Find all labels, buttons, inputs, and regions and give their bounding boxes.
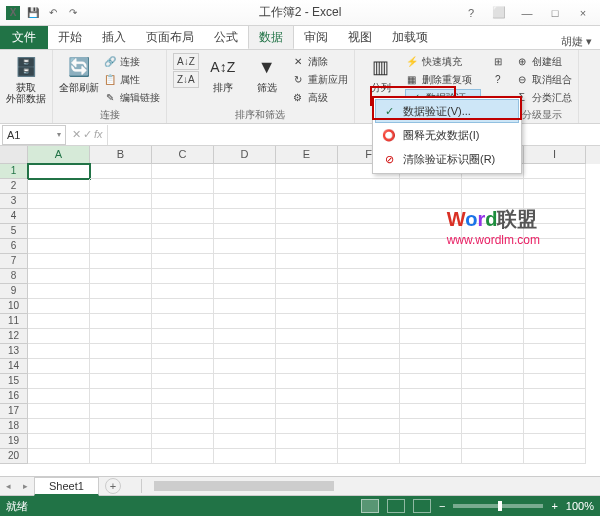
cell[interactable]: [90, 419, 152, 434]
enter-formula-icon[interactable]: ✓: [83, 128, 92, 141]
zoom-out-button[interactable]: −: [439, 500, 445, 512]
cell[interactable]: [400, 419, 462, 434]
cell[interactable]: [524, 299, 586, 314]
cell[interactable]: [276, 194, 338, 209]
cell[interactable]: [152, 359, 214, 374]
col-header[interactable]: D: [214, 146, 276, 164]
whatif-button[interactable]: ?: [491, 71, 505, 88]
flash-fill-button[interactable]: ⚡快速填充: [405, 53, 481, 70]
row-header[interactable]: 4: [0, 209, 28, 224]
cell[interactable]: [462, 194, 524, 209]
cancel-formula-icon[interactable]: ✕: [72, 128, 81, 141]
redo-icon[interactable]: ↷: [66, 6, 80, 20]
cell[interactable]: [400, 344, 462, 359]
cell[interactable]: [276, 209, 338, 224]
normal-view-button[interactable]: [361, 499, 379, 513]
cell[interactable]: [524, 209, 586, 224]
cell[interactable]: [152, 404, 214, 419]
cell[interactable]: [462, 329, 524, 344]
save-icon[interactable]: 💾: [26, 6, 40, 20]
cell[interactable]: [400, 209, 462, 224]
cell[interactable]: [214, 419, 276, 434]
cell[interactable]: [152, 329, 214, 344]
cell[interactable]: [214, 209, 276, 224]
cell[interactable]: [338, 389, 400, 404]
cell[interactable]: [462, 179, 524, 194]
row-header[interactable]: 12: [0, 329, 28, 344]
cell[interactable]: [276, 164, 338, 179]
cell[interactable]: [524, 449, 586, 464]
cell[interactable]: [524, 329, 586, 344]
cell[interactable]: [400, 359, 462, 374]
cell[interactable]: [28, 239, 90, 254]
cell[interactable]: [28, 329, 90, 344]
cell[interactable]: [152, 314, 214, 329]
cell[interactable]: [338, 284, 400, 299]
maximize-button[interactable]: □: [542, 3, 568, 23]
cell[interactable]: [524, 389, 586, 404]
row-header[interactable]: 17: [0, 404, 28, 419]
cell[interactable]: [338, 449, 400, 464]
consolidate-button[interactable]: ⊞: [491, 53, 505, 70]
cell[interactable]: [90, 179, 152, 194]
cell[interactable]: [524, 224, 586, 239]
zoom-level[interactable]: 100%: [566, 500, 594, 512]
cell[interactable]: [152, 434, 214, 449]
cell[interactable]: [28, 449, 90, 464]
cell[interactable]: [214, 194, 276, 209]
cell[interactable]: [28, 419, 90, 434]
fx-icon[interactable]: fx: [94, 128, 103, 141]
cell[interactable]: [338, 254, 400, 269]
tab-data[interactable]: 数据: [248, 25, 294, 49]
cell[interactable]: [90, 209, 152, 224]
cell[interactable]: [338, 359, 400, 374]
properties-button[interactable]: 📋属性: [103, 71, 160, 88]
row-header[interactable]: 16: [0, 389, 28, 404]
cell[interactable]: [524, 239, 586, 254]
cell[interactable]: [28, 404, 90, 419]
new-sheet-button[interactable]: +: [105, 478, 121, 494]
cell[interactable]: [338, 224, 400, 239]
cell[interactable]: [28, 164, 90, 179]
cell[interactable]: [214, 314, 276, 329]
cell[interactable]: [28, 359, 90, 374]
cell[interactable]: [214, 329, 276, 344]
cell[interactable]: [338, 329, 400, 344]
cell[interactable]: [214, 269, 276, 284]
cell[interactable]: [524, 344, 586, 359]
cell[interactable]: [152, 299, 214, 314]
cell[interactable]: [462, 239, 524, 254]
cell[interactable]: [90, 434, 152, 449]
cell[interactable]: [28, 269, 90, 284]
cell[interactable]: [28, 314, 90, 329]
cell[interactable]: [152, 194, 214, 209]
cell[interactable]: [90, 314, 152, 329]
account-name[interactable]: 胡婕 ▾: [561, 34, 600, 49]
cell[interactable]: [462, 419, 524, 434]
horizontal-scrollbar[interactable]: [141, 479, 600, 493]
row-header[interactable]: 6: [0, 239, 28, 254]
dd-clear-circles[interactable]: ⊘ 清除验证标识圈(R): [375, 147, 519, 171]
cell[interactable]: [90, 359, 152, 374]
col-header[interactable]: A: [28, 146, 90, 164]
cell[interactable]: [400, 254, 462, 269]
cell[interactable]: [276, 314, 338, 329]
filter-button[interactable]: ▼ 筛选: [247, 53, 287, 93]
cell[interactable]: [276, 269, 338, 284]
cell[interactable]: [276, 449, 338, 464]
cell[interactable]: [276, 359, 338, 374]
row-header[interactable]: 19: [0, 434, 28, 449]
cell[interactable]: [400, 269, 462, 284]
cell[interactable]: [462, 224, 524, 239]
formula-input[interactable]: [107, 125, 600, 145]
cell[interactable]: [90, 164, 152, 179]
cell[interactable]: [28, 179, 90, 194]
cell[interactable]: [462, 359, 524, 374]
cell[interactable]: [152, 269, 214, 284]
cell[interactable]: [276, 299, 338, 314]
cell[interactable]: [28, 299, 90, 314]
sort-az-button[interactable]: A↓Z: [173, 53, 199, 70]
cell[interactable]: [276, 224, 338, 239]
cell[interactable]: [276, 179, 338, 194]
cell[interactable]: [276, 254, 338, 269]
